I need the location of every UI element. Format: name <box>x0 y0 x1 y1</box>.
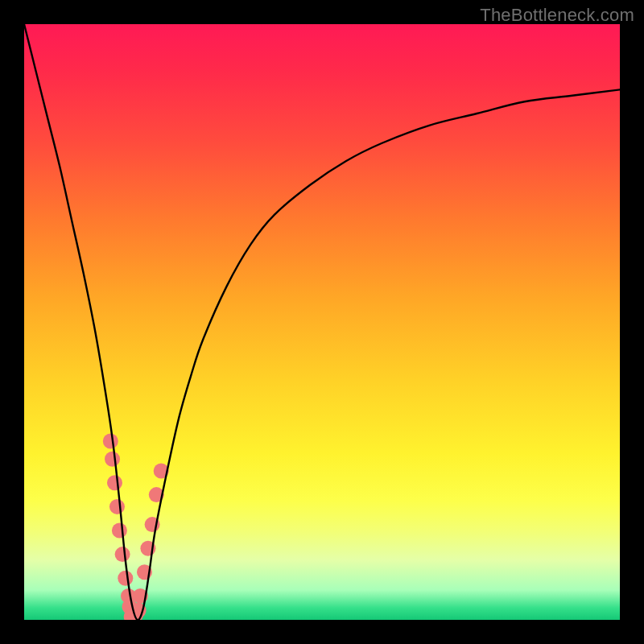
data-point <box>103 434 118 449</box>
data-point <box>118 571 133 586</box>
data-point <box>115 547 130 562</box>
chart-svg <box>24 24 620 620</box>
data-point <box>105 452 120 467</box>
data-markers <box>103 434 169 621</box>
data-point <box>109 499 125 514</box>
chart-frame: TheBottleneck.com <box>0 0 644 644</box>
data-point <box>112 523 127 539</box>
watermark-text: TheBottleneck.com <box>480 5 634 26</box>
data-point <box>107 475 122 490</box>
plot-area <box>24 24 620 620</box>
